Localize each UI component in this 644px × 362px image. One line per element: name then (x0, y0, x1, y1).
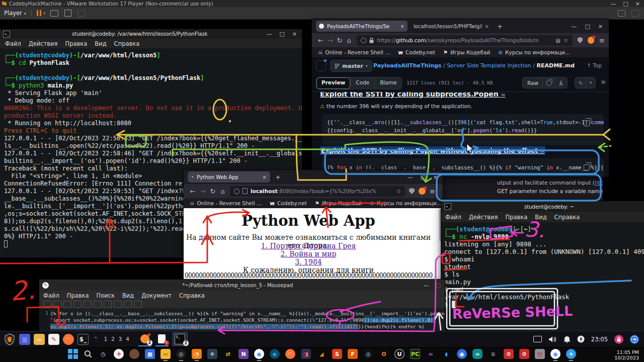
mousepad-text-area[interactable]: {% for x in ().__class__.__base__.__subc… (50, 309, 445, 332)
bookmark-codeby[interactable]: wCodeby.net (270, 200, 307, 206)
vmware-icon[interactable]: ❖ (207, 349, 217, 359)
edge-icon[interactable]: e (270, 349, 280, 359)
taskbar-clock[interactable]: 11:05 PM 10/2/2023 (614, 349, 639, 360)
mousepad-titlebar[interactable]: ✎ *~/Рабочий стол/tmp_lesson_5 - Mousepa… (39, 280, 445, 291)
file-explorer-icon[interactable]: ▬ (160, 349, 171, 359)
bookmark-star-icon[interactable]: ☆ (564, 37, 569, 44)
redo-icon[interactable] (94, 301, 102, 308)
tab-code[interactable]: Code (351, 77, 374, 89)
start-button[interactable] (68, 349, 78, 359)
reload-button[interactable]: ↻ (335, 37, 345, 44)
home-button[interactable]: ⌂ (344, 37, 354, 44)
close-button[interactable]: × (598, 23, 603, 30)
sublime-icon[interactable]: S (332, 349, 342, 359)
hackmachine-menu-icon[interactable] (3, 333, 16, 346)
desktop-app-icon[interactable]: ▦ (19, 334, 30, 345)
terminal-titlebar[interactable]: >_ student@codeby: ~ (441, 201, 644, 212)
tracking-protection-icon[interactable] (361, 38, 366, 43)
taskbar-terminal-button[interactable]: $_ 2 (173, 332, 188, 346)
tab-python-web-app[interactable]: • Python Web App × (188, 171, 270, 183)
mi-item[interactable]: Справка (114, 40, 140, 47)
book-link-3[interactable]: 3. 1984 (184, 258, 433, 266)
f-app-icon[interactable]: F (348, 349, 358, 359)
copy-code-icon[interactable] (584, 120, 590, 126)
mi-item[interactable]: Файл (445, 214, 461, 221)
new-tab-button[interactable]: + (275, 173, 281, 181)
forward-button[interactable]: → (198, 188, 208, 195)
chrome-icon[interactable]: ◉ (254, 349, 264, 359)
taskbar-mousepad-button[interactable]: ✎ (155, 332, 169, 346)
paste-icon[interactable] (124, 301, 132, 308)
terminal-icon[interactable]: $_ (77, 334, 89, 345)
bookmark-games[interactable]: ⚑Игры Кодебай (315, 200, 362, 206)
tab-localhost-phptwig[interactable]: localhost/lesson5/PHPTwig/i × (411, 21, 492, 32)
tab-close-icon[interactable]: × (485, 24, 489, 29)
close-button[interactable]: × (292, 31, 297, 37)
firefox-account-icon[interactable] (588, 37, 594, 44)
mi-item[interactable]: Поиск (97, 292, 115, 299)
snapshot-icon[interactable] (77, 10, 85, 17)
home-button[interactable]: ⌂ (218, 188, 228, 195)
red-gear-icon-1[interactable]: ⚙ (504, 349, 514, 359)
firefox-account-icon[interactable] (419, 188, 426, 195)
terminal-titlebar[interactable]: >_ student@codeby: /var/www/html/lesson5… (0, 29, 302, 39)
app-menu-icon[interactable]: ≡ (430, 188, 435, 195)
obsidian-app-icon[interactable]: ◎ (176, 349, 186, 359)
mi-item[interactable]: Вид (95, 40, 106, 47)
cardreader-app-icon[interactable]: ▤ (535, 349, 545, 359)
fullscreen-icon[interactable] (64, 10, 71, 17)
minimize-button[interactable]: — (571, 23, 577, 30)
firefox-icon[interactable]: ◠ (63, 334, 74, 345)
search-icon[interactable] (84, 349, 93, 358)
workspace-switcher[interactable]: 1 2 3 4 (104, 336, 130, 342)
bookmark-reverse-shell[interactable]: ☠Online - Reverse Shell ... (318, 49, 390, 55)
back-to-top-link[interactable]: ↑ Top (587, 62, 602, 68)
twitter-link[interactable]: https://twitter.com/SecGus (595, 179, 603, 186)
lens-app-icon[interactable]: ◎ (363, 349, 373, 359)
maps-app-icon[interactable]: ◉ (457, 349, 467, 359)
code-block-subprocess[interactable]: {{''.__class__.mro()[1].__subclasses__()… (322, 114, 604, 145)
power-manager-icon[interactable] (577, 335, 585, 343)
mi-item[interactable]: Вид (122, 292, 134, 299)
telegram-icon[interactable]: ✈ (566, 349, 576, 359)
mi-item[interactable]: Правка (506, 214, 528, 221)
tab-preview[interactable]: Preview (316, 77, 351, 89)
back-button[interactable]: ← (316, 37, 326, 44)
copy-raw-button[interactable] (542, 77, 555, 88)
tracking-protection-icon[interactable] (234, 189, 239, 194)
bookmark-codeby[interactable]: wCodeby.net (398, 49, 435, 55)
raw-button[interactable]: Raw (522, 77, 543, 88)
book-link-1[interactable]: 1. Портрет Дориана Грея (184, 242, 433, 250)
minimize-button[interactable]: — (266, 31, 272, 37)
maximize-button[interactable]: □ (279, 31, 284, 37)
mi-item[interactable]: Файл (5, 40, 21, 47)
back-button[interactable]: ← (188, 188, 198, 195)
new-file-icon[interactable] (43, 301, 51, 308)
open-file-icon[interactable] (53, 301, 61, 308)
pause-caret[interactable]: ▾ (43, 11, 45, 16)
mi-item[interactable]: Действия (29, 40, 58, 47)
expand-panel-icon[interactable] (631, 10, 639, 17)
notifications-bell-icon[interactable] (564, 336, 571, 343)
genie-app-icon[interactable] (129, 349, 139, 359)
pycharm-icon[interactable]: PC (410, 349, 420, 359)
visual-studio-icon[interactable]: ∞ (426, 349, 436, 359)
workspace-preview-icon[interactable] (533, 336, 542, 342)
download-raw-button[interactable] (554, 77, 568, 88)
app-menu-icon[interactable]: ≡ (599, 37, 605, 44)
copy-icon[interactable] (114, 301, 122, 308)
cut-icon[interactable] (104, 301, 112, 308)
edit-more-button[interactable]: ▾ (586, 77, 596, 88)
blender-icon[interactable]: ʘ (379, 349, 389, 359)
bookmark-courses[interactable]: ⊕Курсы по информаци... (370, 200, 441, 206)
breadcrumb-section[interactable]: Server Side Template Injection (447, 62, 531, 69)
forward-button[interactable]: → (326, 37, 335, 44)
onenote-icon[interactable]: N (238, 349, 249, 359)
maximize-button[interactable]: □ (623, 1, 628, 7)
maximize-button[interactable]: □ (420, 174, 425, 180)
tab-payloadsallthethings[interactable]: PayloadsAllTheThings/Se × (316, 21, 408, 32)
save-as-icon[interactable] (73, 301, 82, 308)
section-heading[interactable]: Exploit the SSTI by calling subprocess.P… (320, 92, 506, 98)
search-icon[interactable] (134, 301, 142, 308)
undo-icon[interactable] (84, 301, 92, 308)
